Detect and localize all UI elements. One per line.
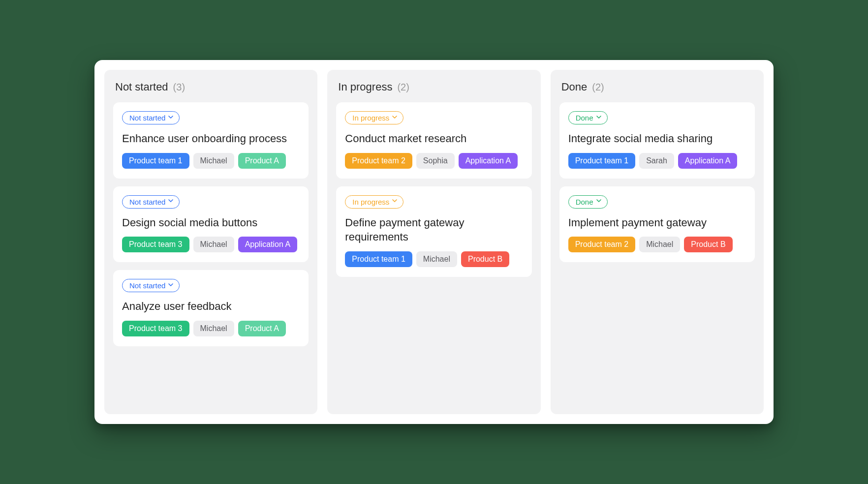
tag[interactable]: Michael — [193, 237, 234, 252]
column-count: (2) — [592, 82, 604, 93]
status-dropdown[interactable]: Done — [568, 195, 608, 209]
kanban-card[interactable]: DoneIntegrate social media sharingProduc… — [559, 102, 755, 179]
column-title: Done — [561, 81, 588, 93]
card-title: Conduct market research — [345, 131, 523, 146]
chevron-down-icon — [392, 199, 397, 204]
status-label: Done — [576, 198, 593, 206]
status-dropdown[interactable]: In progress — [345, 195, 403, 209]
tag-list: Product team 2SophiaApplication A — [345, 153, 523, 169]
status-dropdown[interactable]: In progress — [345, 111, 403, 124]
tag[interactable]: Product A — [238, 321, 286, 336]
column-header: In progress(2) — [336, 79, 531, 94]
tag[interactable]: Product B — [461, 251, 509, 267]
tag-list: Product team 3MichaelProduct A — [122, 321, 300, 336]
column-title: In progress — [338, 81, 392, 93]
card-title: Define payment gateway requirements — [345, 215, 523, 244]
tag[interactable]: Michael — [193, 321, 234, 336]
tag-list: Product team 2MichaelProduct B — [568, 237, 746, 252]
tag[interactable]: Product B — [684, 237, 732, 252]
tag[interactable]: Product team 3 — [122, 237, 189, 252]
tag[interactable]: Product team 2 — [568, 237, 636, 252]
tag[interactable]: Michael — [416, 251, 457, 267]
kanban-card[interactable]: DoneImplement payment gatewayProduct tea… — [559, 186, 755, 263]
status-label: Not started — [129, 281, 165, 290]
tag[interactable]: Application A — [238, 237, 298, 252]
tag[interactable]: Product team 1 — [345, 251, 412, 267]
chevron-down-icon — [596, 116, 601, 121]
kanban-column: Done(2)DoneIntegrate social media sharin… — [551, 70, 764, 414]
tag[interactable]: Michael — [639, 237, 680, 252]
column-count: (2) — [397, 82, 409, 93]
tag[interactable]: Product team 2 — [345, 153, 412, 169]
tag-list: Product team 1SarahApplication A — [568, 153, 746, 169]
column-header: Not started(3) — [113, 79, 309, 94]
tag-list: Product team 1MichaelProduct B — [345, 251, 523, 267]
status-label: Done — [576, 114, 593, 122]
tag[interactable]: Sarah — [639, 153, 674, 169]
kanban-card[interactable]: In progressDefine payment gateway requir… — [336, 186, 531, 277]
kanban-column: Not started(3)Not startedEnhance user on… — [104, 70, 317, 414]
column-title: Not started — [115, 81, 168, 93]
tag[interactable]: Product team 1 — [568, 153, 636, 169]
tag[interactable]: Application A — [459, 153, 518, 169]
tag[interactable]: Sophia — [416, 153, 455, 169]
tag[interactable]: Product team 3 — [122, 321, 189, 336]
card-title: Design social media buttons — [122, 215, 300, 230]
status-dropdown[interactable]: Not started — [122, 111, 180, 124]
card-title: Implement payment gateway — [568, 215, 746, 230]
status-dropdown[interactable]: Not started — [122, 195, 180, 209]
status-label: Not started — [129, 198, 165, 206]
tag-list: Product team 1MichaelProduct A — [122, 153, 300, 169]
tag-list: Product team 3MichaelApplication A — [122, 237, 300, 252]
card-title: Integrate social media sharing — [568, 131, 746, 146]
tag[interactable]: Product A — [238, 153, 286, 169]
card-title: Analyze user feedback — [122, 299, 300, 314]
status-label: In progress — [352, 114, 389, 122]
kanban-card[interactable]: Not startedAnalyze user feedbackProduct … — [113, 270, 309, 346]
kanban-card[interactable]: Not startedDesign social media buttonsPr… — [113, 186, 309, 263]
chevron-down-icon — [168, 199, 173, 204]
column-header: Done(2) — [559, 79, 755, 94]
column-count: (3) — [173, 82, 185, 93]
kanban-card[interactable]: Not startedEnhance user onboarding proce… — [113, 102, 309, 179]
chevron-down-icon — [168, 116, 173, 121]
chevron-down-icon — [596, 199, 601, 204]
status-label: Not started — [129, 114, 165, 122]
status-dropdown[interactable]: Done — [568, 111, 608, 124]
tag[interactable]: Michael — [193, 153, 234, 169]
status-dropdown[interactable]: Not started — [122, 279, 180, 292]
tag[interactable]: Application A — [678, 153, 738, 169]
card-title: Enhance user onboarding process — [122, 131, 300, 146]
status-label: In progress — [352, 198, 389, 206]
kanban-board: Not started(3)Not startedEnhance user on… — [94, 60, 774, 424]
tag[interactable]: Product team 1 — [122, 153, 189, 169]
kanban-card[interactable]: In progressConduct market researchProduc… — [336, 102, 531, 179]
kanban-column: In progress(2)In progressConduct market … — [327, 70, 540, 414]
chevron-down-icon — [168, 283, 173, 288]
chevron-down-icon — [392, 116, 397, 121]
